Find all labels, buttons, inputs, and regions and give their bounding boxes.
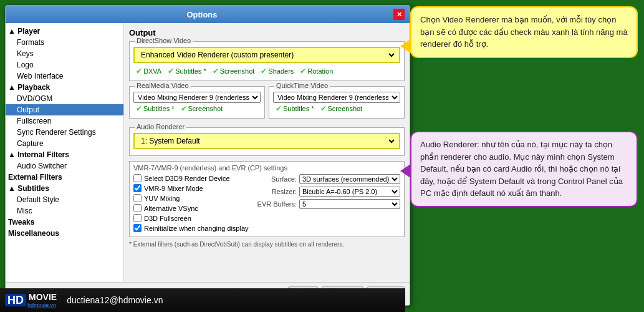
vmr-right: Surface: 3D surfaces (recommended)2D sur…: [256, 174, 400, 234]
sidebar-item-miscellaneous[interactable]: Miscellaneous: [6, 228, 123, 239]
qt-check-screenshot: ✔ Screenshot: [320, 104, 363, 113]
movie-text: MOVIE: [29, 292, 57, 302]
section-title: Output: [129, 28, 405, 37]
sidebar-item-player[interactable]: ▲ Player: [6, 26, 123, 37]
title-bar: Options ✕: [6, 6, 410, 23]
vmr-d3d-full-label: D3D Fullscreen: [144, 215, 191, 222]
vmr-mixer-label: VMR-9 Mixer Mode: [144, 185, 203, 192]
audio-group: Audio Renderer 1: System Default2: Realt…: [129, 127, 405, 156]
audio-title: Audio Renderer: [135, 123, 186, 130]
rm-check-screenshot: ✔ Screenshot: [181, 104, 223, 113]
sidebar-item-capture[interactable]: Capture: [6, 138, 123, 149]
audio-select-row: 1: System Default2: Realtek HD Audio3: H…: [133, 133, 400, 149]
vmr-box: VMR-7/VMR-9 (renderless) and EVR (CP) se…: [129, 161, 405, 237]
vmr-d3d9-label: Select D3D9 Render Device: [144, 175, 230, 182]
sidebar-item-fullscreen[interactable]: Fullscreen: [6, 115, 123, 127]
evr-row: EVR Buffers: 345678: [256, 199, 400, 209]
callout-purple-text: Audio Renderer: như tên của nó, tại mục …: [420, 140, 623, 198]
options-dialog: Options ✕ ▲ PlayerFormatsKeysLogoWeb Int…: [5, 5, 410, 306]
vmr-yuv-row: YUV Mixing: [133, 194, 251, 202]
quicktime-checks: ✔ Subtitles *✔ Screenshot: [273, 103, 400, 114]
callout-yellow-text: Chọn Video Renderer mà bạn muốn, với mỗi…: [420, 15, 628, 49]
main-content: Output DirectShow Video Enhanced Video R…: [124, 23, 410, 282]
quicktime-select[interactable]: Video Mixing Renderer 9 (renderless): [273, 92, 400, 103]
check-rotation: ✔ Rotation: [300, 67, 333, 76]
hdmovie-url: hdmovie.vn: [27, 302, 57, 308]
check-screenshot: ✔ Screenshot: [213, 67, 255, 76]
sidebar-item-defaultstyle[interactable]: Default Style: [6, 194, 123, 205]
rm-check-subtitles--: ✔ Subtitles *: [136, 104, 175, 113]
qt-check-subtitles--: ✔ Subtitles *: [276, 104, 314, 113]
sidebar-item-audioswitcher[interactable]: Audio Switcher: [6, 160, 123, 172]
vmr-d3d-full-row: D3D Fullscreen: [133, 214, 251, 222]
dialog-title: Options: [11, 10, 393, 19]
check-dxva: ✔ DXVA: [136, 67, 161, 76]
vmr-body: Select D3D9 Render Device VMR-9 Mixer Mo…: [133, 174, 400, 234]
directshow-select-row: Enhanced Video Renderer (custom presente…: [133, 47, 400, 63]
check-shaders: ✔ Shaders: [261, 67, 294, 76]
footer-note: * External filters (such as DirectVobSub…: [129, 241, 405, 248]
sidebar-item-tweaks[interactable]: Tweaks: [6, 217, 123, 228]
evr-select[interactable]: 345678: [299, 199, 400, 209]
hd-text: HD: [5, 294, 26, 306]
resizer-row: Resizer: Bicubic A=-0.60 (PS 2.0)Bicubic…: [256, 187, 400, 197]
bottom-bar: HD MOVIE hdmovie.vn ductiena12@hdmovie.v…: [0, 288, 405, 312]
sidebar-item-misc[interactable]: Misc: [6, 205, 123, 217]
close-button[interactable]: ✕: [393, 9, 405, 20]
vmr-vsync-row: Alternative VSync: [133, 204, 251, 212]
sidebar-item-syncrenderer[interactable]: Sync Renderer Settings: [6, 127, 123, 138]
vmr-title: VMR-7/VMR-9 (renderless) and EVR (CP) se…: [133, 164, 400, 172]
sidebar-item-externalfilters[interactable]: External Filters: [6, 172, 123, 183]
callout-purple: Audio Renderer: như tên của nó, tại mục …: [410, 131, 638, 207]
directshow-group: DirectShow Video Enhanced Video Renderer…: [129, 41, 405, 81]
surface-select[interactable]: 3D surfaces (recommended)2D surfacesOver…: [299, 174, 400, 184]
sidebar: ▲ PlayerFormatsKeysLogoWeb Interface▲ Pl…: [6, 23, 124, 282]
check-subtitles--: ✔ Subtitles *: [168, 67, 206, 76]
vmr-left: Select D3D9 Render Device VMR-9 Mixer Mo…: [133, 174, 251, 234]
vmr-d3d9-row: Select D3D9 Render Device: [133, 174, 251, 182]
vmr-reinit-check[interactable]: [133, 224, 142, 232]
vmr-mixer-check[interactable]: [133, 184, 142, 192]
media-two-col: RealMedia Video Video Mixing Renderer 9 …: [129, 86, 405, 124]
vmr-mixer-row: VMR-9 Mixer Mode: [133, 184, 251, 192]
vmr-reinit-label: Reinitialize when changing display: [144, 225, 249, 232]
quicktime-title: QuickTime Video: [274, 82, 330, 89]
evr-label: EVR Buffers:: [256, 200, 297, 208]
sidebar-item-dvdogm[interactable]: DVD/OGM: [6, 93, 123, 104]
vmr-vsync-check[interactable]: [133, 204, 142, 212]
email-text: ductiena12@hdmovie.vn: [67, 295, 163, 305]
sidebar-item-output[interactable]: Output: [6, 104, 123, 115]
sidebar-item-subtitles[interactable]: ▲ Subtitles: [6, 183, 123, 194]
realmedia-group: RealMedia Video Video Mixing Renderer 9 …: [129, 86, 265, 119]
quicktime-group: QuickTime Video Video Mixing Renderer 9 …: [269, 86, 405, 119]
vmr-yuv-label: YUV Mixing: [144, 195, 180, 202]
directshow-renderer-select[interactable]: Enhanced Video Renderer (custom presente…: [137, 49, 396, 61]
surface-label: Surface:: [256, 175, 297, 183]
directshow-title: DirectShow Video: [135, 37, 193, 44]
resizer-select[interactable]: Bicubic A=-0.60 (PS 2.0)Bicubic A=-0.75B…: [299, 187, 400, 197]
dialog-body: ▲ PlayerFormatsKeysLogoWeb Interface▲ Pl…: [6, 23, 410, 282]
audio-renderer-select[interactable]: 1: System Default2: Realtek HD Audio3: H…: [137, 135, 396, 147]
sidebar-item-internalfilters[interactable]: ▲ Internal Filters: [6, 149, 123, 160]
vmr-d3d9-check[interactable]: [133, 174, 142, 182]
vmr-d3d-full-check[interactable]: [133, 214, 142, 222]
vmr-vsync-label: Alternative VSync: [144, 205, 198, 212]
resizer-label: Resizer:: [256, 188, 297, 195]
vmr-yuv-check[interactable]: [133, 194, 142, 202]
sidebar-item-logo[interactable]: Logo: [6, 59, 123, 71]
sidebar-item-webinterface[interactable]: Web Interface: [6, 71, 123, 82]
sidebar-item-playback[interactable]: ▲ Playback: [6, 82, 123, 93]
vmr-reinit-row: Reinitialize when changing display: [133, 224, 251, 232]
realmedia-title: RealMedia Video: [135, 82, 191, 89]
sidebar-item-formats[interactable]: Formats: [6, 37, 123, 48]
realmedia-checks: ✔ Subtitles *✔ Screenshot: [133, 103, 261, 114]
callout-yellow: Chọn Video Renderer mà bạn muốn, với mỗi…: [410, 6, 638, 58]
hd-logo: HD MOVIE hdmovie.vn: [5, 292, 57, 308]
surface-row: Surface: 3D surfaces (recommended)2D sur…: [256, 174, 400, 184]
sidebar-item-keys[interactable]: Keys: [6, 48, 123, 59]
realmedia-select[interactable]: Video Mixing Renderer 9 (renderless): [133, 92, 261, 103]
directshow-checks: ✔ DXVA✔ Subtitles *✔ Screenshot✔ Shaders…: [133, 66, 400, 77]
